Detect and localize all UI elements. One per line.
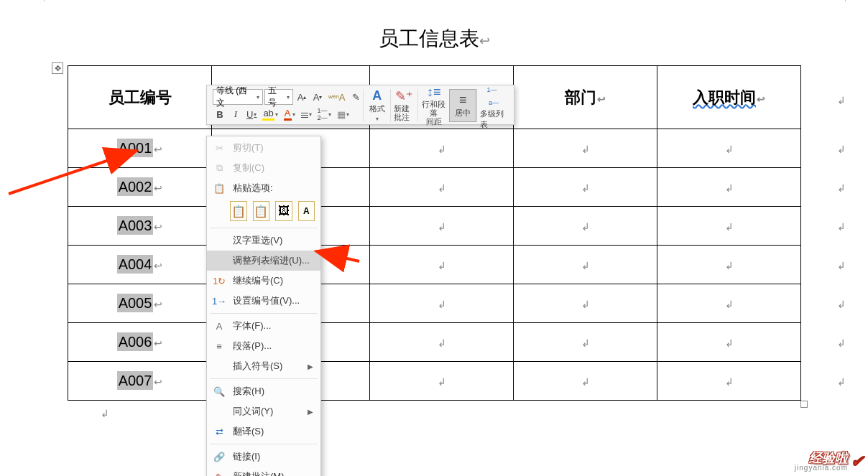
cell-id[interactable]: A007↩: [68, 362, 212, 401]
line-spacing-button[interactable]: ↕≡ 行和段落间距: [417, 89, 449, 122]
menu-new-comment[interactable]: ✎新建批注(M): [207, 467, 320, 476]
menu-search[interactable]: 🔍搜索(H): [207, 381, 320, 401]
font-color-button[interactable]: A▾: [282, 106, 297, 122]
font-name-select[interactable]: 等线 (西文▾: [213, 89, 263, 105]
menu-synonym[interactable]: 同义词(Y)▶: [207, 401, 320, 421]
menu-translate[interactable]: ⇄翻译(S): [207, 421, 320, 442]
paste-merge-button[interactable]: 📋: [253, 201, 270, 221]
highlight-button[interactable]: ab▾: [260, 106, 280, 122]
underline-button[interactable]: U▾: [244, 106, 259, 122]
menu-link[interactable]: 🔗链接(I): [207, 447, 320, 467]
shrink-font-button[interactable]: A▾: [310, 89, 325, 105]
font-size-select[interactable]: 五号▾: [264, 89, 293, 105]
new-comment-button[interactable]: ✎⁺ 新建批注: [390, 89, 417, 122]
format-painter-button[interactable]: ✎: [348, 89, 363, 105]
cell-id-text: A006: [117, 332, 154, 351]
cell-id-text: A002: [117, 177, 154, 196]
grow-font-button[interactable]: A▴: [295, 89, 309, 105]
center-align-button[interactable]: ≡ 居中: [449, 89, 476, 122]
cell-date[interactable]: ↲: [370, 207, 514, 246]
menu-adjust-list-indent[interactable]: 调整列表缩进(U)...: [207, 251, 320, 271]
cell-date[interactable]: ↲: [370, 246, 514, 284]
italic-button[interactable]: I: [228, 106, 243, 122]
cell-dept[interactable]: ↲: [514, 246, 657, 284]
menu-paragraph-label: 段落(P)...: [233, 340, 272, 353]
cell-date[interactable]: ↲: [370, 129, 514, 168]
menu-font[interactable]: A字体(F)...: [207, 316, 320, 336]
menu-setvalue-label: 设置编号值(V)...: [233, 294, 300, 307]
page-title-text: 员工信息表: [379, 27, 479, 50]
cell-entry[interactable]: ↲: [657, 168, 801, 207]
paste-text-only-button[interactable]: A: [298, 201, 315, 221]
numbering-icon: 1↻: [213, 276, 226, 286]
cell-entry[interactable]: ↲: [657, 246, 801, 284]
copy-icon: ⧉: [213, 162, 226, 174]
menu-set-number-value[interactable]: 1→设置编号值(V)...: [207, 291, 320, 311]
table-resize-handle[interactable]: [800, 401, 808, 408]
menu-paragraph[interactable]: ≡段落(P)...: [207, 336, 320, 356]
cell-id[interactable]: A006↩: [68, 323, 212, 362]
table-row: A003↩ 帮帮 3↩ ↲ ↲ ↲: [68, 207, 801, 246]
paragraph-mark: ↩: [757, 93, 765, 105]
page-title: 员工信息表↩: [0, 25, 868, 52]
cell-id[interactable]: A003↩: [68, 207, 212, 246]
cell-date[interactable]: ↲: [370, 323, 514, 362]
search-icon: 🔍: [213, 386, 226, 397]
cell-entry[interactable]: ↲: [657, 129, 801, 168]
table-body: A001↩ 帮帮 1↩ ↲ ↲ ↲ A002↩ 帮帮 2↩ ↲ ↲ ↲ A003…: [68, 129, 801, 401]
cell-dept[interactable]: ↲: [514, 323, 657, 362]
paste-picture-button[interactable]: 🖼: [275, 201, 292, 221]
spacing-label: 行和段落间距: [421, 100, 446, 126]
cell-id[interactable]: A004↩: [68, 246, 212, 284]
context-menu: ✂剪切(T) ⧉复制(C) 📋粘贴选项: 📋 📋 🖼 A 汉字重选(V) 调整列…: [206, 136, 321, 476]
multilist-label: 多级列表: [480, 108, 505, 130]
spacing-icon: ↕≡: [427, 85, 441, 98]
table-move-handle[interactable]: ✥: [52, 62, 63, 74]
cell-id-text: A004: [117, 255, 154, 274]
cell-dept[interactable]: ↲: [514, 129, 657, 168]
styles-button[interactable]: A 格式 ▾: [363, 89, 390, 122]
menu-hanzi-reselect[interactable]: 汉字重选(V): [207, 230, 320, 251]
row-end-mark: ↲: [837, 221, 846, 233]
table-row: A004↩ 帮帮 4↩ ↲ ↲ ↲: [68, 246, 801, 284]
phonetic-guide-button[interactable]: wénA: [326, 89, 347, 105]
cell-id[interactable]: A002↩: [68, 168, 212, 207]
paragraph-mark: ↲: [581, 144, 590, 155]
cell-dept[interactable]: ↲: [514, 362, 657, 401]
row-end-mark: ↲: [837, 376, 846, 388]
cell-entry[interactable]: ↲: [657, 362, 801, 401]
header-id[interactable]: 员工编号: [68, 66, 212, 129]
cell-id-text: A003: [117, 216, 154, 235]
cell-dept[interactable]: ↲: [514, 168, 657, 207]
cell-date[interactable]: ↲: [370, 362, 514, 401]
cell-dept[interactable]: ↲: [514, 207, 657, 246]
watermark: 经验啦 jingyanla.com ✔: [795, 452, 864, 472]
paste-keep-source-button[interactable]: 📋: [230, 201, 247, 221]
cell-id[interactable]: A005↩: [68, 284, 212, 323]
numbering-button[interactable]: 1—2—▾: [315, 106, 333, 122]
cell-entry[interactable]: ↲: [657, 207, 801, 246]
cell-id[interactable]: A001↩: [68, 129, 212, 168]
menu-insert-symbol[interactable]: 插入符号(S)▶: [207, 356, 320, 376]
menu-continue-numbering[interactable]: 1↻继续编号(C): [207, 271, 320, 291]
cell-date[interactable]: ↲: [370, 284, 514, 323]
comment-icon: ✎⁺: [395, 90, 413, 103]
cell-entry[interactable]: ↲: [657, 323, 801, 362]
header-entry[interactable]: 入职时间↩: [657, 66, 801, 129]
multilevel-list-button[interactable]: 1— a— 多级列表: [476, 89, 508, 122]
cell-date[interactable]: ↲: [370, 168, 514, 207]
shading-button[interactable]: ▦▾: [335, 106, 351, 122]
header-dept[interactable]: 部门↩: [514, 66, 657, 129]
cell-entry[interactable]: ↲: [657, 284, 801, 323]
menu-cut[interactable]: ✂剪切(T): [207, 138, 320, 158]
bold-button[interactable]: B: [213, 106, 227, 122]
menu-copy[interactable]: ⧉复制(C): [207, 158, 320, 178]
multilist-icon: 1— a—: [487, 81, 499, 107]
cell-dept[interactable]: ↲: [514, 284, 657, 323]
menu-font-label: 字体(F)...: [233, 319, 271, 332]
mini-toolbar: 等线 (西文▾ 五号▾ A▴ A▾ wénA ✎ B I U▾ ab▾ A▾ ▾…: [206, 85, 514, 125]
styles-label: 格式: [369, 103, 385, 114]
paste-options-row: 📋 📋 🖼 A: [207, 198, 320, 225]
styles-icon: A: [372, 89, 382, 102]
bullets-button[interactable]: ▾: [299, 106, 314, 122]
